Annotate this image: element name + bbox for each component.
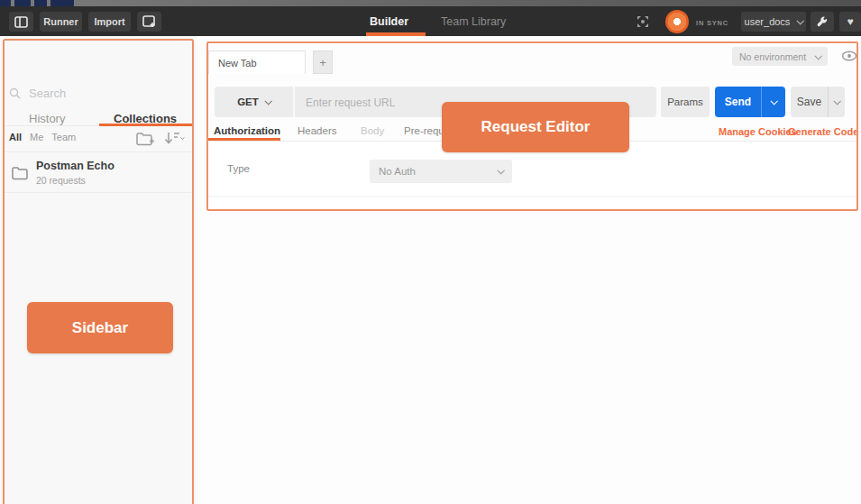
sidebar-toggle-icon xyxy=(14,16,28,28)
tab-history[interactable]: History xyxy=(29,112,65,125)
user-menu-dropdown[interactable]: user_docs xyxy=(741,12,806,32)
sidebar-toggle-button[interactable] xyxy=(9,12,33,32)
search-placeholder: Search xyxy=(29,87,66,100)
request-editor-annotation-text: Request Editor xyxy=(481,118,591,136)
wrench-icon xyxy=(816,15,829,28)
filter-team[interactable]: Team xyxy=(51,132,76,142)
tab-builder-label: Builder xyxy=(370,15,408,28)
app-header: Runner Import Builder Team Library xyxy=(0,6,861,36)
request-tab-title: New Tab xyxy=(218,58,257,69)
tab-headers-label: Headers xyxy=(298,125,336,136)
heart-icon: ♥ xyxy=(847,15,853,28)
auth-type-value: No Auth xyxy=(379,166,498,177)
divider xyxy=(3,125,99,126)
eye-icon xyxy=(841,50,857,62)
postman-app-window: Runner Import Builder Team Library xyxy=(0,0,861,504)
new-window-icon xyxy=(142,15,156,28)
new-window-button[interactable] xyxy=(137,12,161,32)
collection-item-postman-echo[interactable]: Postman Echo 20 requests xyxy=(3,152,194,192)
runner-button[interactable]: Runner xyxy=(40,12,82,32)
settings-wrench-button[interactable] xyxy=(811,12,834,32)
new-folder-button[interactable] xyxy=(135,131,155,146)
open-new-tab-button[interactable]: + xyxy=(313,50,333,74)
window-top-strip xyxy=(0,0,861,6)
cropped-browser-fragment xyxy=(14,0,31,6)
sort-icon xyxy=(164,131,186,145)
capture-requests-button[interactable] xyxy=(631,11,655,32)
filter-all[interactable]: All xyxy=(9,132,22,142)
filter-row: All Me Team xyxy=(9,132,188,142)
tab-body[interactable]: Body xyxy=(361,125,384,136)
import-button-label: Import xyxy=(94,16,124,27)
folder-plus-icon xyxy=(135,131,155,146)
generate-code-label: Generate Code xyxy=(788,126,858,137)
sync-status-button[interactable] xyxy=(665,10,689,33)
send-button-label: Send xyxy=(725,96,751,108)
tab-builder[interactable]: Builder xyxy=(370,15,408,28)
tab-body-label: Body xyxy=(361,125,384,136)
method-value: GET xyxy=(237,96,259,107)
save-options-caret[interactable] xyxy=(829,87,845,117)
method-dropdown[interactable]: GET xyxy=(215,96,293,107)
filter-me[interactable]: Me xyxy=(30,132,43,142)
search-input[interactable]: Search xyxy=(9,81,188,105)
sort-collections-button[interactable] xyxy=(164,131,186,145)
chevron-down-icon xyxy=(264,97,271,105)
plus-icon: + xyxy=(319,56,326,69)
chevron-down-icon xyxy=(797,17,804,24)
authorization-active-underline xyxy=(207,138,280,141)
manage-cookies-label: Manage Cookies xyxy=(719,126,797,137)
tab-headers[interactable]: Headers xyxy=(298,125,336,136)
cropped-browser-fragment xyxy=(50,0,74,6)
save-button-label: Save xyxy=(797,96,821,108)
request-editor-annotation-label: Request Editor xyxy=(442,102,629,152)
user-menu-label: user_docs xyxy=(745,16,791,27)
runner-button-label: Runner xyxy=(43,16,78,27)
collection-request-count: 20 requests xyxy=(36,175,114,186)
cropped-browser-fragment xyxy=(0,0,11,6)
environment-selector[interactable]: No environment xyxy=(732,47,828,66)
generate-code-link[interactable]: Generate Code xyxy=(788,126,858,137)
url-placeholder: Enter request URL xyxy=(306,96,395,109)
builder-active-underline xyxy=(366,32,426,36)
auth-type-dropdown[interactable]: No Auth xyxy=(370,160,512,183)
chevron-down-icon xyxy=(770,97,777,105)
divider xyxy=(3,192,194,193)
sidebar-annotation-text: Sidebar xyxy=(72,319,128,337)
tab-authorization[interactable]: Authorization xyxy=(214,125,280,136)
tab-team-library-label: Team Library xyxy=(441,15,506,28)
params-button-label: Params xyxy=(667,96,703,107)
collections-active-underline xyxy=(99,124,194,126)
capture-icon xyxy=(636,14,650,29)
collection-name: Postman Echo xyxy=(36,160,114,172)
divider xyxy=(208,196,856,197)
favorites-heart-button[interactable]: ♥ xyxy=(839,12,861,32)
cropped-browser-fragment xyxy=(34,0,47,6)
save-button[interactable]: Save xyxy=(791,87,845,117)
chevron-down-icon xyxy=(814,52,821,60)
tab-team-library[interactable]: Team Library xyxy=(441,15,506,28)
chevron-down-icon xyxy=(497,167,504,174)
environment-value: No environment xyxy=(739,51,815,62)
params-button[interactable]: Params xyxy=(661,87,710,117)
auth-type-label: Type xyxy=(227,163,250,174)
import-button[interactable]: Import xyxy=(88,12,131,32)
send-options-caret[interactable] xyxy=(762,87,785,117)
environment-preview-button[interactable] xyxy=(841,50,857,62)
request-tab-new-tab[interactable]: New Tab xyxy=(208,50,306,74)
collection-folder-icon xyxy=(11,165,29,180)
sidebar: Search History Collections All Me Team [… xyxy=(0,36,197,504)
chevron-down-icon xyxy=(833,97,840,105)
manage-cookies-link[interactable]: Manage Cookies xyxy=(719,126,797,137)
sidebar-annotation-label: Sidebar xyxy=(27,302,173,353)
tab-authorization-label: Authorization xyxy=(214,125,280,136)
tab-history-label: History xyxy=(29,112,65,125)
send-button[interactable]: Send xyxy=(715,87,785,117)
sync-status-text: IN SYNC xyxy=(696,19,728,27)
search-icon xyxy=(9,87,21,99)
